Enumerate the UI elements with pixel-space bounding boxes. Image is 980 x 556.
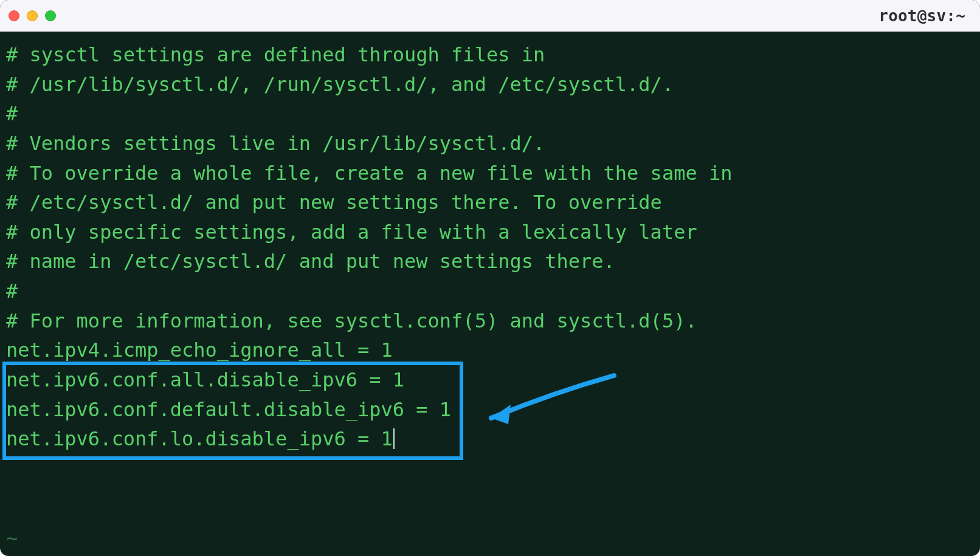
window-title: root@sv:~ bbox=[878, 7, 971, 25]
terminal-line: net.ipv6.conf.lo.disable_ipv6 = 1 bbox=[6, 424, 974, 454]
terminal-line: # sysctl settings are defined through fi… bbox=[6, 40, 974, 70]
terminal-line: # bbox=[6, 276, 974, 306]
terminal-viewport[interactable]: # sysctl settings are defined through fi… bbox=[0, 32, 980, 556]
vim-empty-line-tilde: ~ bbox=[6, 524, 18, 554]
terminal-line: # Vendors settings live in /usr/lib/sysc… bbox=[6, 129, 974, 159]
terminal-line: # For more information, see sysctl.conf(… bbox=[6, 306, 974, 336]
window-titlebar[interactable]: root@sv:~ bbox=[0, 0, 980, 32]
terminal-line: net.ipv6.conf.default.disable_ipv6 = 1 bbox=[6, 395, 974, 425]
terminal-line: # bbox=[6, 99, 974, 129]
terminal-line: # /etc/sysctl.d/ and put new settings th… bbox=[6, 188, 974, 218]
traffic-lights bbox=[9, 10, 56, 21]
terminal-line: # name in /etc/sysctl.d/ and put new set… bbox=[6, 247, 974, 276]
terminal-line: # only specific settings, add a file wit… bbox=[6, 218, 974, 247]
terminal-line: # /usr/lib/sysctl.d/, /run/sysctl.d/, an… bbox=[6, 70, 974, 100]
terminal-line: # To override a whole file, create a new… bbox=[6, 159, 974, 188]
zoom-icon[interactable] bbox=[45, 10, 56, 21]
minimize-icon[interactable] bbox=[27, 10, 38, 21]
terminal-line: net.ipv4.icmp_echo_ignore_all = 1 bbox=[6, 335, 974, 365]
terminal-window: root@sv:~ # sysctl settings are defined … bbox=[0, 0, 980, 556]
terminal-line: net.ipv6.conf.all.disable_ipv6 = 1 bbox=[6, 365, 974, 395]
close-icon[interactable] bbox=[9, 10, 19, 21]
text-cursor bbox=[393, 428, 395, 449]
